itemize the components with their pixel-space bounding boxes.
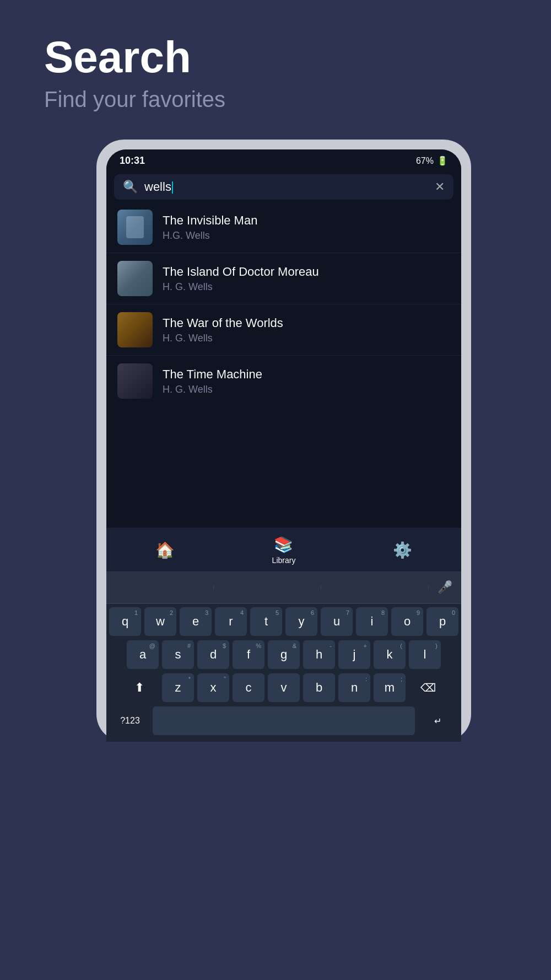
key-h[interactable]: -h [303,640,335,669]
row-3: ⬆ *z "x c v b :n ;m ⌫ [111,673,457,702]
key-a[interactable]: @a [127,640,159,669]
nav-item-library[interactable]: 📚 Library [272,535,296,565]
book-author-3: H. G. Wells [163,333,450,344]
list-item[interactable]: The Time Machine H. G. Wells [106,356,461,406]
key-e[interactable]: 3e [180,607,212,636]
book-info-3: The War of the Worlds H. G. Wells [163,316,450,344]
page-subtitle: Find your favorites [44,87,225,112]
key-f[interactable]: %f [233,640,264,669]
status-time: 10:31 [120,155,145,167]
book-info-1: The Invisible Man H.G. Wells [163,213,450,242]
book-title-4: The Time Machine [163,367,450,382]
key-u[interactable]: 7u [321,607,353,636]
key-p[interactable]: 0p [426,607,458,636]
key-i[interactable]: 8i [356,607,388,636]
book-info-4: The Time Machine H. G. Wells [163,367,450,395]
bottom-nav: 🏠 📚 Library ⚙️ [106,528,461,571]
key-q[interactable]: 1q [109,607,141,636]
suggestion-3[interactable] [321,585,429,590]
results-list: The Invisible Man H.G. Wells The Island … [106,202,461,406]
key-j[interactable]: +j [338,640,370,669]
space-key[interactable] [153,706,415,735]
book-title-2: The Island Of Doctor Moreau [163,265,450,279]
book-cover-1 [117,210,153,245]
keyboard-rows: 1q 2w 3e 4r 5t 6y 7u 8i 9o 0p @a #s $d %… [106,604,461,702]
book-author-2: H. G. Wells [163,281,450,293]
search-bar[interactable]: 🔍 wells ✕ [114,174,453,200]
suggestion-2[interactable] [214,585,321,590]
book-cover-2 [117,261,153,296]
key-t[interactable]: 5t [250,607,282,636]
library-label: Library [272,556,296,565]
key-s[interactable]: #s [162,640,194,669]
keyboard: 🎤 1q 2w 3e 4r 5t 6y 7u 8i 9o 0p @a [106,571,461,742]
book-author-1: H.G. Wells [163,230,450,242]
status-right: 67% 🔋 [416,156,448,166]
key-b[interactable]: b [303,673,335,702]
book-title-3: The War of the Worlds [163,316,450,330]
book-author-4: H. G. Wells [163,384,450,395]
key-y[interactable]: 6y [285,607,317,636]
search-input[interactable]: wells [144,180,428,194]
clear-icon[interactable]: ✕ [435,180,445,194]
keyboard-bottom-row: ?123 ↵ [106,706,461,742]
phone-mockup: 10:31 67% 🔋 🔍 wells ✕ The Invisible Man [96,140,471,742]
shift-key[interactable]: ⬆ [120,673,159,702]
cursor [172,181,173,194]
home-icon: 🏠 [155,541,175,559]
key-w[interactable]: 2w [144,607,176,636]
key-m[interactable]: ;m [374,673,406,702]
book-cover-4 [117,363,153,399]
battery-percentage: 67% [416,156,434,166]
book-info-2: The Island Of Doctor Moreau H. G. Wells [163,265,450,293]
library-icon: 📚 [274,535,293,554]
keyboard-suggestions: 🎤 [106,571,461,604]
list-item[interactable]: The Invisible Man H.G. Wells [106,202,461,253]
battery-icon: 🔋 [437,156,448,166]
suggestion-1[interactable] [106,585,214,590]
search-icon: 🔍 [123,180,138,194]
key-o[interactable]: 9o [391,607,423,636]
key-n[interactable]: :n [338,673,370,702]
key-z[interactable]: *z [162,673,194,702]
key-l[interactable]: )l [409,640,441,669]
key-x[interactable]: "x [197,673,229,702]
delete-key[interactable]: ⌫ [409,673,447,702]
symbols-key[interactable]: ?123 [111,706,149,735]
status-bar: 10:31 67% 🔋 [106,149,461,170]
page-header: Search Find your favorites [44,33,225,140]
book-cover-3 [117,312,153,347]
mic-button[interactable]: 🎤 [429,576,461,599]
key-c[interactable]: c [233,673,264,702]
row-2: @a #s $d %f &g -h +j (k )l [111,640,457,669]
key-d[interactable]: $d [197,640,229,669]
enter-key[interactable]: ↵ [418,706,457,735]
phone-screen: 10:31 67% 🔋 🔍 wells ✕ The Invisible Man [106,149,461,742]
empty-content-area [106,406,461,528]
number-row: 1q 2w 3e 4r 5t 6y 7u 8i 9o 0p [111,607,457,636]
list-item[interactable]: The Island Of Doctor Moreau H. G. Wells [106,253,461,304]
page-title: Search [44,33,225,82]
key-g[interactable]: &g [268,640,300,669]
key-r[interactable]: 4r [215,607,247,636]
book-title-1: The Invisible Man [163,213,450,228]
list-item[interactable]: The War of the Worlds H. G. Wells [106,304,461,356]
settings-icon: ⚙️ [393,541,412,559]
key-k[interactable]: (k [374,640,406,669]
key-v[interactable]: v [268,673,300,702]
nav-item-home[interactable]: 🏠 [155,541,175,559]
nav-item-settings[interactable]: ⚙️ [393,541,412,559]
